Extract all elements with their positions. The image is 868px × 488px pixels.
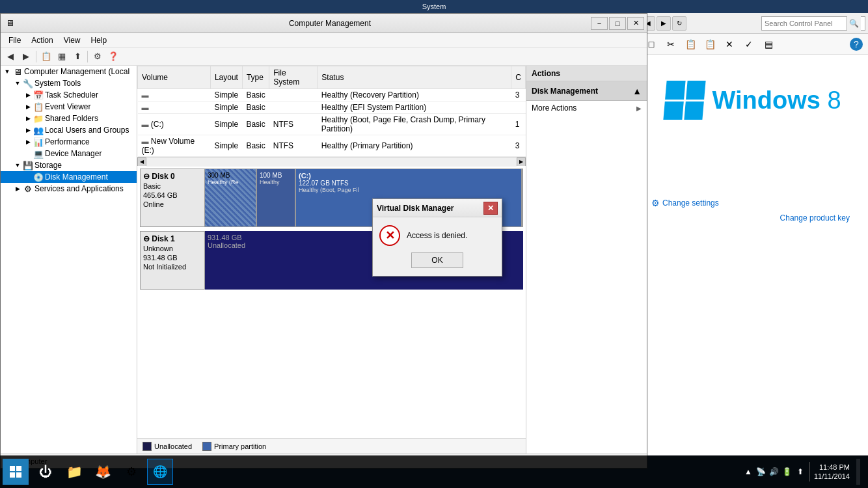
actions-panel: Actions Disk Management ▲ More Actions ▶ [526,66,647,454]
scroll-right-btn[interactable]: ▶ [517,157,526,167]
start-button[interactable] [3,459,29,485]
taskbar-app-network[interactable]: 🌐 [147,459,173,485]
tree-item-device-manager[interactable]: 💻 Device Manager [1,148,137,159]
scroll-track[interactable] [146,157,517,167]
properties-icon[interactable]: ▤ [761,36,776,52]
minimize-button[interactable]: − [591,17,608,30]
tray-upload-icon[interactable]: ⬆ [795,467,806,477]
table-row[interactable]: ▬ New Volume (E:) Simple Basic NTFS Heal… [138,135,526,157]
cm-sidebar: ▼ 🖥 Computer Management (Local ▼ 🔧 Syste… [1,66,137,454]
properties-toolbar-btn[interactable]: ⚙ [90,49,105,64]
partition-size: 122.07 GB NTFS [299,180,519,187]
partition-recovery[interactable]: 300 MB Healthy (Re [205,169,257,226]
change-product-key-link[interactable]: Change product key [775,208,855,228]
disk-management-section[interactable]: Disk Management ▲ [526,81,647,101]
help-icon[interactable]: ? [850,38,863,51]
paste-icon[interactable]: 📋 [702,36,718,52]
cm-titlebar: 🖥 Computer Management − □ ✕ [1,14,647,33]
tree-item-computer-management[interactable]: ▼ 🖥 Computer Management (Local [1,66,137,77]
cell-fs: NTFS [269,135,318,157]
windows-brand-text: Windows 8 [712,87,841,115]
tree-item-shared-folders[interactable]: ▶ 📁 Shared Folders [1,113,137,124]
taskbar-app-firefox[interactable]: 🦊 [90,459,116,485]
col-type: Type [242,66,269,89]
partition-size: 300 MB [208,172,253,179]
help-toolbar-btn[interactable]: ❓ [106,49,120,64]
menu-help[interactable]: Help [86,34,113,46]
search-button[interactable]: 🔍 [847,16,861,31]
expand-icon: ▼ [12,162,23,169]
windows-word: Windows [712,87,827,114]
show-desktop-button[interactable] [856,459,860,485]
tree-item-disk-management[interactable]: 💿 Disk Management [1,171,137,183]
tree-label: Local Users and Groups [45,126,129,135]
cell-c: 3 [511,135,526,157]
taskbar-app-power[interactable]: ⏻ [33,459,59,485]
view-btn[interactable]: ▦ [55,49,69,64]
vdm-close-button[interactable]: ✕ [483,202,498,215]
tree-item-task-scheduler[interactable]: ▶ 📅 Task Scheduler [1,89,137,101]
tree-item-event-viewer[interactable]: ▶ 📋 Event Viewer [1,101,137,113]
toolbar-sep2 [87,51,88,62]
show-hide-btn[interactable]: 📋 [39,49,53,64]
disk1-size: 931.48 GB [143,254,202,262]
tree-item-services[interactable]: ▶ ⚙ Services and Applications [1,183,137,195]
forward-button[interactable]: ▶ [657,16,671,31]
tree-item-system-tools[interactable]: ▼ 🔧 System Tools [1,77,137,89]
clock-date: 11/11/2014 [814,472,850,481]
more-actions-item[interactable]: More Actions ▶ [526,101,647,115]
cell-fs [269,89,318,102]
copy-icon[interactable]: 📋 [683,36,698,52]
maximize-button[interactable]: □ [609,17,626,30]
clock[interactable]: 11:48 PM 11/11/2014 [814,463,850,481]
disk0-name: ⊖ Disk 0 [143,172,202,181]
tree-item-performance[interactable]: ▶ 📊 Performance [1,136,137,148]
tray-network-icon[interactable]: 📡 [756,467,766,477]
performance-icon: 📊 [33,137,44,147]
panel-icons-bar: □ ✂ 📋 📋 ✕ ✓ ▤ ? [638,34,868,55]
tray-battery-icon[interactable]: 🔋 [782,467,793,477]
table-row[interactable]: ▬ Simple Basic Healthy (Recovery Partiti… [138,89,526,102]
change-settings-link[interactable]: ⚙ Change settings [651,198,719,208]
expand-icon: ▼ [2,68,12,75]
back-toolbar-btn[interactable]: ◀ [3,49,18,64]
tray-volume-icon[interactable]: 🔊 [769,467,780,477]
cell-volume: ▬ [138,89,211,102]
refresh-button[interactable]: ↻ [672,16,686,31]
menu-action[interactable]: Action [26,34,58,46]
check-icon[interactable]: ✓ [741,36,757,52]
scheduler-icon: 📅 [33,90,44,100]
tree-item-local-users[interactable]: ▶ 👥 Local Users and Groups [1,124,137,136]
table-row[interactable]: ▬ Simple Basic Healthy (EFI System Parti… [138,102,526,114]
cell-fs [269,102,318,114]
search-input[interactable] [762,20,847,27]
tree-item-storage[interactable]: ▼ 💾 Storage [1,159,137,171]
legend-primary: Primary partition [202,442,266,451]
forward-toolbar-btn[interactable]: ▶ [19,49,33,64]
taskbar-app-settings[interactable]: ⚙ [118,459,144,485]
h-scrollbar[interactable]: ◀ ▶ [137,157,526,166]
taskbar-app-folder[interactable]: 📁 [61,459,87,485]
col-status: Status [318,66,511,89]
system-bar: System [0,0,868,13]
scroll-left-btn[interactable]: ◀ [137,157,146,167]
vdm-ok-button[interactable]: OK [411,252,463,268]
disk0-type: Basic [143,182,202,190]
cell-status: Healthy (Boot, Page File, Crash Dump, Pr… [318,114,511,135]
cell-volume: ▬ New Volume (E:) [138,135,211,157]
change-product-key-label: Change product key [780,213,850,223]
partition-status: Healthy (Re [208,179,253,185]
cut-icon[interactable]: ✂ [663,36,679,52]
cell-layout: Simple [210,102,242,114]
vdm-title: Virtual Disk Manager [377,204,454,213]
menu-file[interactable]: File [3,34,26,46]
up-btn[interactable]: ⬆ [70,49,85,64]
partition-efi[interactable]: 100 MB Healthy [257,169,296,226]
cm-toolbar: ◀ ▶ 📋 ▦ ⬆ ⚙ ❓ [1,47,647,66]
tray-expand-icon[interactable]: ▲ [743,467,753,477]
sys-tray: ▲ 📡 🔊 🔋 ⬆ [743,467,806,477]
menu-view[interactable]: View [59,34,86,46]
delete-icon[interactable]: ✕ [722,36,737,52]
table-row[interactable]: ▬ (C:) Simple Basic NTFS Healthy (Boot, … [138,114,526,135]
close-button[interactable]: ✕ [627,17,644,30]
